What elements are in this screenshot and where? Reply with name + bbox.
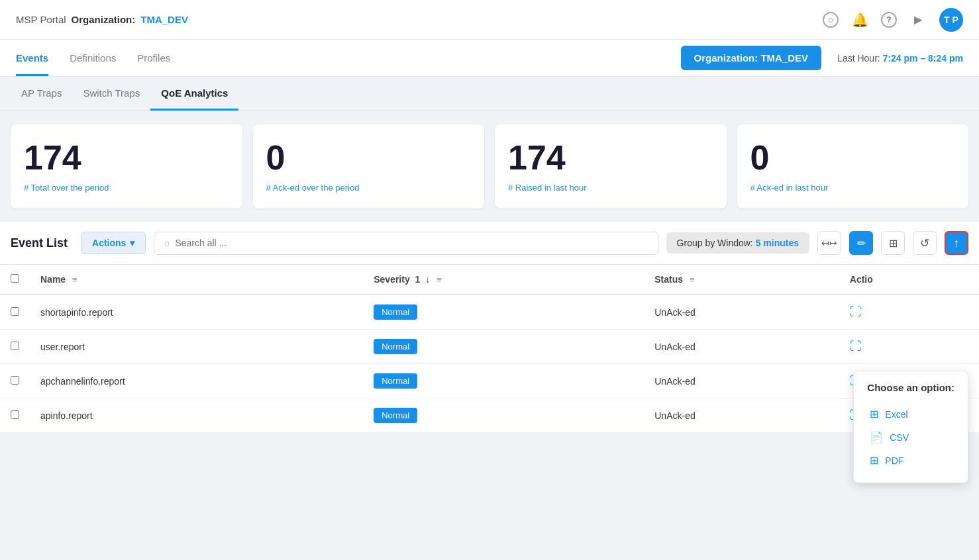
- severity-badge-1: Normal: [374, 339, 417, 354]
- severity-filter-icon[interactable]: ≡: [437, 275, 442, 285]
- select-all-checkbox[interactable]: [11, 274, 19, 283]
- th-actions: Actio: [839, 265, 979, 295]
- upload-icon: ↑: [954, 236, 960, 250]
- event-table: Name ≡ Severity 1 ↓ ≡ Status ≡ Actio: [0, 265, 979, 433]
- event-list-title: Event List: [11, 236, 68, 250]
- nav-right: ○ 🔔 ? ▶ T P: [823, 8, 963, 32]
- row-checkbox-3[interactable]: [11, 410, 19, 419]
- tabs-left: Events Definitions Profiles: [16, 40, 170, 76]
- arrows-icon: ↤↦: [821, 238, 837, 248]
- stat-card-0: 174 # Total over the period: [11, 124, 242, 209]
- severity-badge-0: Normal: [374, 304, 417, 320]
- csv-icon: 📄: [870, 431, 883, 433]
- row-severity-3: Normal: [363, 398, 644, 433]
- upload-button[interactable]: ↑: [945, 231, 968, 255]
- row-severity-2: Normal: [363, 364, 644, 398]
- row-severity-0: Normal: [363, 295, 644, 330]
- sort-down-icon[interactable]: ↓: [425, 274, 430, 285]
- name-filter-icon[interactable]: ≡: [72, 275, 77, 285]
- row-name-1: user.report: [30, 330, 363, 364]
- stat-number-0: 174: [24, 140, 229, 175]
- sub-tabs: AP Traps Switch Traps QoE Analytics: [0, 77, 979, 111]
- tab-events[interactable]: Events: [16, 40, 48, 76]
- event-section: Event List Actions ▾ ○ Group by Window: …: [0, 222, 979, 433]
- grid-icon: ⊞: [889, 237, 898, 250]
- th-name: Name ≡: [30, 265, 363, 295]
- row-checkbox-2[interactable]: [11, 376, 19, 385]
- row-name-3: apinfo.report: [30, 398, 363, 433]
- row-checkbox-0[interactable]: [11, 307, 19, 316]
- row-name-0: shortapinfo.report: [30, 295, 363, 330]
- row-checkbox-cell: [0, 398, 30, 433]
- tabs-right: Organization: TMA_DEV Last Hour: 7:24 pm…: [681, 46, 963, 70]
- expand-icon-0[interactable]: ⛶: [850, 305, 862, 318]
- th-checkbox: [0, 265, 30, 295]
- row-action-1: ⛶: [839, 330, 979, 364]
- severity-badge-3: Normal: [374, 408, 417, 423]
- stat-card-2: 174 # Raised in last hour: [495, 124, 727, 209]
- stat-label-2: # Raised in last hour: [508, 183, 713, 193]
- stat-label-3: # Ack-ed in last hour: [750, 183, 956, 193]
- search-box: ○: [154, 232, 658, 255]
- nav-left: MSP Portal Organization: TMA_DEV: [16, 14, 188, 25]
- stat-number-2: 174: [508, 140, 713, 175]
- columns-icon[interactable]: ⊞: [881, 231, 905, 255]
- reload-icon: ↺: [920, 236, 929, 250]
- tab-definitions[interactable]: Definitions: [70, 40, 116, 76]
- export-csv[interactable]: 📄 CSV: [867, 426, 954, 433]
- msp-portal-label: MSP Portal: [16, 14, 66, 25]
- expand-columns-icon[interactable]: ↤↦: [817, 231, 841, 255]
- row-checkbox-cell: [0, 295, 30, 330]
- table-row: apinfo.report Normal UnAck-ed ⛶: [0, 398, 979, 433]
- chevron-down-icon: ▾: [130, 238, 134, 248]
- sub-tab-switch-traps[interactable]: Switch Traps: [72, 77, 150, 111]
- row-status-2: UnAck-ed: [644, 364, 839, 398]
- row-status-1: UnAck-ed: [644, 330, 839, 364]
- time-label: Last Hour: 7:24 pm – 8:24 pm: [837, 53, 963, 64]
- edit-icon[interactable]: ✏: [849, 231, 873, 255]
- tab-profiles[interactable]: Profiles: [137, 40, 170, 76]
- pencil-icon: ✏: [857, 237, 866, 250]
- excel-icon: ⊞: [870, 408, 878, 420]
- top-nav: MSP Portal Organization: TMA_DEV ○ 🔔 ? ▶…: [0, 0, 979, 40]
- export-dropdown: Choose an option: ⊞ Excel 📄 CSV ⊞ PDF: [853, 371, 968, 433]
- bell-icon[interactable]: 🔔: [852, 12, 868, 28]
- row-severity-1: Normal: [363, 330, 644, 364]
- stats-row: 174 # Total over the period 0 # Ack-ed o…: [0, 111, 979, 222]
- avatar[interactable]: T P: [939, 8, 963, 32]
- org-button[interactable]: Organization: TMA_DEV: [681, 46, 822, 70]
- group-by-button[interactable]: Group by Window: 5 minutes: [666, 232, 809, 254]
- row-checkbox-1[interactable]: [11, 342, 19, 350]
- org-label: Organization:: [72, 14, 136, 25]
- org-name: TMA_DEV: [140, 14, 188, 25]
- severity-count: 1: [415, 274, 421, 285]
- search-input[interactable]: [175, 238, 648, 248]
- row-status-0: UnAck-ed: [644, 295, 839, 330]
- actions-button[interactable]: Actions ▾: [81, 232, 146, 254]
- row-checkbox-cell: [0, 330, 30, 364]
- play-icon[interactable]: ▶: [910, 12, 926, 28]
- stat-card-3: 0 # Ack-ed in last hour: [737, 124, 969, 209]
- stat-number-1: 0: [266, 140, 472, 175]
- stat-label-1: # Ack-ed over the period: [266, 183, 472, 193]
- page-tabs: Events Definitions Profiles Organization…: [0, 40, 979, 77]
- severity-badge-2: Normal: [374, 373, 417, 389]
- stat-label-0: # Total over the period: [24, 183, 229, 193]
- th-severity: Severity 1 ↓ ≡: [363, 265, 644, 295]
- export-panel-title: Choose an option:: [867, 382, 954, 393]
- expand-icon-1[interactable]: ⛶: [850, 340, 862, 353]
- help-icon[interactable]: ?: [881, 12, 897, 28]
- sub-tab-qoe-analytics[interactable]: QoE Analytics: [150, 77, 238, 111]
- row-name-2: apchannelinfo.report: [30, 364, 363, 398]
- event-toolbar: Event List Actions ▾ ○ Group by Window: …: [0, 222, 979, 265]
- refresh-icon[interactable]: ↺: [913, 231, 937, 255]
- sub-tab-ap-traps[interactable]: AP Traps: [11, 77, 72, 111]
- search-icon: ○: [164, 238, 170, 249]
- table-row: user.report Normal UnAck-ed ⛶: [0, 330, 979, 364]
- stat-card-1: 0 # Ack-ed over the period: [253, 124, 485, 209]
- table-row: shortapinfo.report Normal UnAck-ed ⛶: [0, 295, 979, 330]
- export-excel[interactable]: ⊞ Excel: [867, 402, 954, 426]
- search-icon[interactable]: ○: [823, 12, 839, 28]
- th-status: Status ≡: [644, 265, 839, 295]
- status-filter-icon[interactable]: ≡: [690, 275, 695, 285]
